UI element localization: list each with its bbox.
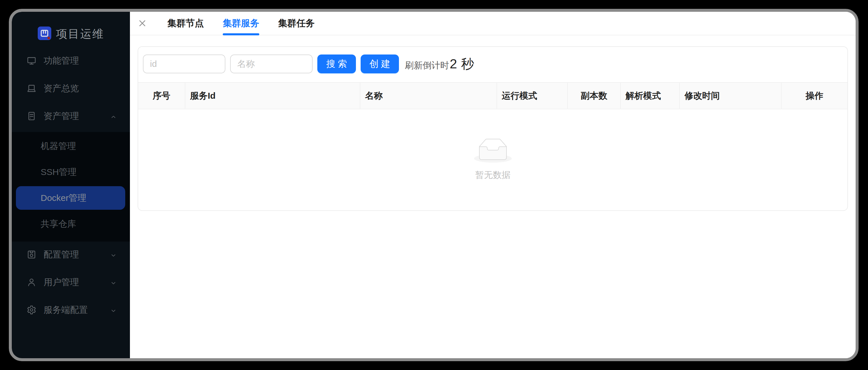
sidebar-item-label: 配置管理 <box>43 249 79 261</box>
close-icon[interactable] <box>138 19 147 28</box>
app-title: 项目运维 <box>56 27 104 41</box>
tab-cluster-services[interactable]: 集群服务 <box>223 12 259 35</box>
tab-label: 集群服务 <box>223 17 259 29</box>
sidebar-item-ssh-mgmt[interactable]: SSH管理 <box>12 160 130 184</box>
asset-mgmt-submenu: 机器管理 SSH管理 Docker管理 共享仓库 <box>12 132 130 242</box>
save-icon <box>27 249 36 259</box>
sidebar-item-user-mgmt[interactable]: 用户管理 <box>12 271 130 294</box>
refresh-countdown-value: 2 <box>450 56 457 71</box>
user-icon <box>27 277 36 287</box>
refresh-countdown: 刷新倒计时 2 秒 <box>405 55 474 73</box>
submenu-item-label: SSH管理 <box>41 166 76 178</box>
logo-mark-icon <box>38 27 51 41</box>
sidebar-item-asset-mgmt[interactable]: 资产管理 <box>12 104 130 128</box>
sidebar-item-label: 资产管理 <box>43 110 79 122</box>
chevron-up-icon <box>110 113 117 120</box>
table-header: 序号 服务Id 名称 运行模式 副本数 解析模式 修改时间 操作 <box>138 82 847 109</box>
column-header-name: 名称 <box>360 83 497 109</box>
tab-bar: 集群节点 集群服务 集群任务 <box>130 12 856 35</box>
chevron-down-icon <box>110 251 117 258</box>
submenu-item-label: Docker管理 <box>41 192 86 204</box>
sidebar-item-label: 功能管理 <box>43 55 79 67</box>
refresh-countdown-suffix: 秒 <box>461 55 474 73</box>
search-toolbar: 搜 索 创 建 刷新倒计时 2 秒 <box>138 47 847 73</box>
empty-inbox-icon <box>474 138 512 164</box>
chevron-down-icon <box>110 279 117 286</box>
submenu-item-label: 机器管理 <box>41 140 76 152</box>
sidebar-item-label: 服务端配置 <box>43 304 88 316</box>
server-icon <box>27 111 36 121</box>
cluster-services-panel: 搜 索 创 建 刷新倒计时 2 秒 序号 服务Id 名称 运行模式 副本数 解析… <box>137 46 848 211</box>
sidebar-item-docker-mgmt[interactable]: Docker管理 <box>16 186 125 210</box>
sidebar-item-asset-overview[interactable]: 资产总览 <box>12 76 130 100</box>
column-header-modified: 修改时间 <box>680 83 782 109</box>
sidebar: 项目运维 功能管理 <box>12 12 130 358</box>
sidebar-item-label: 用户管理 <box>43 276 79 288</box>
tab-label: 集群节点 <box>167 17 204 29</box>
tab-label: 集群任务 <box>278 17 315 29</box>
column-header-index: 序号 <box>138 83 185 109</box>
table-empty-state: 暂无数据 <box>138 109 847 210</box>
sidebar-item-function-mgmt[interactable]: 功能管理 <box>12 49 130 72</box>
laptop-icon <box>27 83 36 93</box>
gear-icon <box>27 305 36 315</box>
name-input[interactable] <box>230 55 313 73</box>
sidebar-item-server-config[interactable]: 服务端配置 <box>12 298 130 322</box>
sidebar-item-shared-repo[interactable]: 共享仓库 <box>12 212 130 236</box>
empty-text: 暂无数据 <box>475 169 510 181</box>
create-button[interactable]: 创 建 <box>361 55 399 73</box>
tab-cluster-tasks[interactable]: 集群任务 <box>278 12 315 35</box>
column-header-replicas: 副本数 <box>568 83 621 109</box>
chevron-down-icon <box>110 306 117 313</box>
submenu-item-label: 共享仓库 <box>41 218 76 230</box>
column-header-service-id: 服务Id <box>185 83 360 109</box>
search-button[interactable]: 搜 索 <box>317 55 356 73</box>
app-logo: 项目运维 <box>38 27 130 41</box>
column-header-actions: 操作 <box>782 83 847 109</box>
sidebar-item-label: 资产总览 <box>43 83 79 95</box>
column-header-run-mode: 运行模式 <box>497 83 568 109</box>
id-input[interactable] <box>143 55 225 73</box>
monitor-icon <box>27 56 36 66</box>
sidebar-item-machine-mgmt[interactable]: 机器管理 <box>12 134 130 158</box>
app-window: 项目运维 功能管理 <box>9 9 859 361</box>
tabs: 集群节点 集群服务 集群任务 <box>167 12 315 35</box>
screen: 项目运维 功能管理 <box>0 0 868 370</box>
refresh-countdown-label: 刷新倒计时 <box>405 60 449 71</box>
column-header-parse-mode: 解析模式 <box>621 83 680 109</box>
sidebar-item-config-mgmt[interactable]: 配置管理 <box>12 243 130 266</box>
sidebar-menu: 功能管理 资产总览 <box>12 49 130 326</box>
main-content: 集群节点 集群服务 集群任务 搜 索 创 建 <box>130 12 856 358</box>
tab-cluster-nodes[interactable]: 集群节点 <box>167 12 204 35</box>
